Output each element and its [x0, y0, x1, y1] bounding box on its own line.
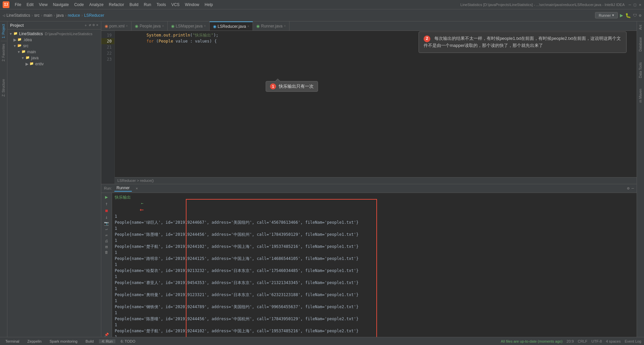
tab-lsreducer-close[interactable]: × [247, 24, 249, 28]
tab-pom-close[interactable]: × [126, 24, 128, 28]
bottom-zeppelin[interactable]: Zeppelin [25, 339, 44, 343]
settings-icon[interactable]: ⚙ [639, 13, 641, 18]
run-output-1-11: 1 [115, 334, 634, 337]
run-output[interactable]: 快乐输出 ← ← 1 People{name='绿巨人', id='201919… [112, 193, 637, 337]
breadcrumb-java[interactable]: java [56, 13, 64, 18]
menu-vcs[interactable]: VCS [169, 2, 182, 8]
anno-tab[interactable]: Ant [638, 23, 643, 32]
menu-edit[interactable]: Edit [24, 2, 36, 8]
breadcrumb-src[interactable]: src [34, 13, 40, 18]
menu-build[interactable]: Build [127, 2, 141, 8]
indent: 4 spaces [606, 339, 621, 343]
run-output-1-2: 1 [115, 225, 634, 231]
run-reload-icon[interactable]: ↩ [105, 227, 108, 232]
project-tab[interactable]: 1: Project [1, 22, 6, 40]
run-pin-icon[interactable]: 📌 [104, 333, 109, 337]
menu-analyze[interactable]: Analyze [87, 2, 106, 8]
panel-icons: ＋ ⇄ ⚙ × [84, 23, 98, 28]
menu-tools[interactable]: Tools [154, 2, 169, 8]
event-log[interactable]: Event Log [625, 339, 641, 343]
run-settings-icon[interactable]: ⚙ [627, 186, 630, 191]
run-output-1-3: 1 [115, 237, 634, 244]
tab-lsmapper[interactable]: ◉ LSMapper.java × [168, 21, 210, 31]
breadcrumb-class[interactable]: LSReducer [84, 13, 104, 18]
run-output-1-10: 1 [115, 322, 634, 328]
run-tab-runner[interactable]: Runner [114, 185, 131, 192]
divider [1, 41, 7, 41]
panel-title: Project [10, 23, 24, 28]
tree-main[interactable]: ▾ 📁 main [7, 49, 101, 55]
run-output-1-4: 1 [115, 250, 634, 256]
people-icon: ◉ [135, 24, 138, 28]
tree-idea[interactable]: ▶ 📁 .idea [7, 37, 101, 43]
tab-runner-close[interactable]: × [284, 24, 286, 28]
database-tab[interactable]: Database [638, 35, 643, 54]
sync-icon[interactable]: ⇄ [89, 23, 91, 28]
settings-panel-icon[interactable]: ⚙ [93, 23, 95, 28]
run-screenshot-icon[interactable]: 📷 [104, 221, 109, 226]
breadcrumb-main[interactable]: main [44, 13, 52, 18]
run-print-icon[interactable]: 🖨 [105, 239, 108, 243]
run-minimize-icon[interactable]: — [632, 186, 634, 191]
close-panel-icon[interactable]: × [96, 23, 98, 28]
tab-lsreducer[interactable]: ◉ LSReducer.java × [210, 21, 253, 31]
line-23: 23 [101, 56, 114, 62]
breadcrumb-project[interactable]: LineStatistics [6, 13, 30, 18]
maven-tab[interactable]: m Maven [638, 87, 643, 105]
code-content[interactable]: System.out.println("快乐输出"); for (People … [115, 31, 637, 184]
menu-code[interactable]: Code [71, 2, 87, 8]
tree-java[interactable]: ▾ 📁 java [7, 55, 101, 61]
add-icon[interactable]: ＋ [84, 23, 88, 28]
run-button[interactable]: ▶ [620, 12, 623, 18]
coverage-button[interactable]: 🛡 [633, 13, 637, 18]
run-down-icon[interactable]: ↓ [105, 214, 108, 220]
tab-lsmapper-close[interactable]: × [204, 24, 206, 28]
bottom-terminal[interactable]: Terminal [3, 339, 22, 343]
breadcrumb-reduce[interactable]: reduce [68, 13, 80, 18]
menu-window[interactable]: Window [182, 2, 202, 8]
run-wrap-icon[interactable]: ⇌ [105, 233, 108, 237]
runner-dropdown[interactable]: Runner ▾ [595, 12, 618, 18]
menu-help[interactable]: Help [202, 2, 216, 8]
tree-entiv[interactable]: ▶ 📁 entiv [7, 61, 101, 67]
data-tools-tab[interactable]: Data Tools [638, 60, 643, 80]
run-trash-icon[interactable]: 🗑 [105, 250, 108, 255]
tree-src[interactable]: ▾ 📂 src [7, 43, 101, 49]
run-tab-close[interactable]: × [136, 186, 138, 191]
bottom-todo[interactable]: 6: TODO [118, 339, 138, 343]
run-filter-icon[interactable]: ▤ [105, 245, 108, 249]
bottom-build[interactable]: Build [83, 339, 96, 343]
maximize-button[interactable]: □ [634, 2, 636, 7]
run-up-icon[interactable]: ↑ [105, 201, 108, 206]
run-play-icon[interactable]: ▶ [105, 194, 108, 200]
breadcrumb: LineStatistics › src › main › java › red… [6, 13, 104, 18]
structure-tab[interactable]: Z: Structure [1, 77, 6, 98]
favorites-tab[interactable]: 2: Favorites [1, 42, 6, 63]
bottom-spark[interactable]: Spark monitoring [47, 339, 80, 343]
encoding: UTF-8 [591, 339, 602, 343]
tab-runner[interactable]: ◉ Runner.java × [253, 21, 289, 31]
run-output-p2-2: People{name='陈墨曈', id='201919244456', ad… [115, 316, 634, 322]
run-output-p1-2: People{name='陈墨曈', id='201919244456', ad… [115, 231, 634, 237]
minimize-button[interactable]: — [629, 2, 631, 7]
menu-navigate[interactable]: Navigate [50, 2, 71, 8]
code-editor: 19 20 21 22 23 System.out.println("快乐输出"… [101, 31, 637, 184]
menu-refactor[interactable]: Refactor [106, 2, 127, 8]
tab-people[interactable]: ◉ People.java × [131, 21, 168, 31]
menu-file[interactable]: File [12, 2, 24, 8]
tab-people-close[interactable]: × [162, 24, 164, 28]
close-button[interactable]: ✕ [639, 2, 641, 7]
debug-button[interactable]: 🐛 [625, 13, 631, 18]
tab-pom[interactable]: ◉ pom.xml × [101, 21, 131, 31]
bottom-right: All files are up-to-date (moments ago) 2… [501, 339, 641, 343]
menubar: IJ File Edit View Navigate Code Analyze … [0, 0, 644, 9]
run-stop-icon[interactable]: ◼ [105, 208, 108, 213]
status-text: All files are up-to-date (moments ago) [501, 339, 562, 343]
bottom-run[interactable]: 4: Run [99, 339, 115, 343]
tab-lsreducer-label: LSReducer.java [218, 24, 246, 29]
tree-root[interactable]: ▾ 📁 LineStatistics D:\javaProjects\LineS… [7, 31, 101, 37]
menu-view[interactable]: View [36, 2, 50, 8]
menu-run[interactable]: Run [141, 2, 154, 8]
back-icon[interactable]: ◁ [3, 13, 5, 18]
run-label: Run: [104, 186, 112, 190]
